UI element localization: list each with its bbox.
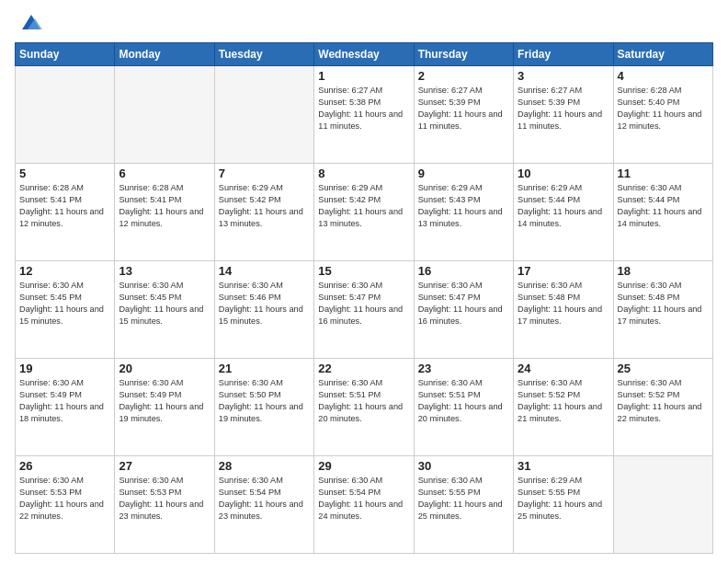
- day-number: 17: [518, 264, 609, 278]
- day-number: 15: [318, 264, 409, 278]
- day-info: Sunrise: 6:29 AM Sunset: 5:42 PM Dayligh…: [318, 182, 409, 230]
- day-number: 26: [19, 459, 110, 473]
- calendar-cell: 17Sunrise: 6:30 AM Sunset: 5:48 PM Dayli…: [514, 261, 613, 359]
- day-number: 28: [219, 459, 310, 473]
- day-info: Sunrise: 6:27 AM Sunset: 5:39 PM Dayligh…: [518, 85, 609, 132]
- day-info: Sunrise: 6:30 AM Sunset: 5:53 PM Dayligh…: [19, 475, 110, 523]
- day-info: Sunrise: 6:30 AM Sunset: 5:53 PM Dayligh…: [119, 475, 210, 523]
- day-info: Sunrise: 6:28 AM Sunset: 5:41 PM Dayligh…: [19, 182, 110, 230]
- day-info: Sunrise: 6:30 AM Sunset: 5:47 PM Dayligh…: [318, 280, 409, 327]
- day-number: 5: [19, 167, 110, 180]
- calendar-cell: [115, 66, 214, 164]
- day-info: Sunrise: 6:30 AM Sunset: 5:45 PM Dayligh…: [19, 280, 110, 327]
- calendar-cell: 3Sunrise: 6:27 AM Sunset: 5:39 PM Daylig…: [514, 66, 613, 164]
- day-info: Sunrise: 6:30 AM Sunset: 5:45 PM Dayligh…: [119, 280, 210, 327]
- calendar-cell: 22Sunrise: 6:30 AM Sunset: 5:51 PM Dayli…: [314, 359, 414, 456]
- logo: [15, 9, 44, 35]
- day-info: Sunrise: 6:27 AM Sunset: 5:39 PM Dayligh…: [418, 85, 509, 132]
- calendar-cell: [214, 66, 313, 164]
- day-number: 22: [318, 362, 409, 375]
- weekday-header-tuesday: Tuesday: [214, 43, 313, 66]
- calendar-cell: 8Sunrise: 6:29 AM Sunset: 5:42 PM Daylig…: [314, 164, 414, 261]
- calendar-cell: 5Sunrise: 6:28 AM Sunset: 5:41 PM Daylig…: [16, 164, 115, 261]
- calendar-cell: [16, 66, 115, 164]
- day-number: 8: [318, 167, 409, 180]
- weekday-header-thursday: Thursday: [414, 43, 513, 66]
- calendar-week-2: 5Sunrise: 6:28 AM Sunset: 5:41 PM Daylig…: [16, 164, 713, 261]
- calendar-cell: 21Sunrise: 6:30 AM Sunset: 5:50 PM Dayli…: [214, 359, 313, 456]
- day-info: Sunrise: 6:30 AM Sunset: 5:54 PM Dayligh…: [318, 475, 409, 523]
- day-number: 13: [119, 264, 210, 278]
- day-number: 30: [418, 459, 509, 473]
- calendar-cell: 20Sunrise: 6:30 AM Sunset: 5:49 PM Dayli…: [115, 359, 214, 456]
- day-number: 31: [518, 459, 609, 473]
- weekday-header-monday: Monday: [115, 43, 214, 66]
- day-info: Sunrise: 6:27 AM Sunset: 5:38 PM Dayligh…: [318, 85, 409, 132]
- day-info: Sunrise: 6:30 AM Sunset: 5:44 PM Dayligh…: [618, 182, 709, 230]
- calendar-cell: 12Sunrise: 6:30 AM Sunset: 5:45 PM Dayli…: [16, 261, 115, 359]
- calendar-week-4: 19Sunrise: 6:30 AM Sunset: 5:49 PM Dayli…: [16, 359, 713, 456]
- day-info: Sunrise: 6:30 AM Sunset: 5:52 PM Dayligh…: [518, 377, 609, 425]
- day-number: 1: [318, 69, 409, 83]
- day-info: Sunrise: 6:30 AM Sunset: 5:48 PM Dayligh…: [618, 280, 709, 327]
- calendar-cell: 9Sunrise: 6:29 AM Sunset: 5:43 PM Daylig…: [414, 164, 513, 261]
- calendar-body: 1Sunrise: 6:27 AM Sunset: 5:38 PM Daylig…: [16, 66, 713, 554]
- day-info: Sunrise: 6:29 AM Sunset: 5:42 PM Dayligh…: [219, 182, 310, 230]
- day-info: Sunrise: 6:29 AM Sunset: 5:44 PM Dayligh…: [518, 182, 609, 230]
- weekday-header-wednesday: Wednesday: [314, 43, 414, 66]
- calendar-cell: 25Sunrise: 6:30 AM Sunset: 5:52 PM Dayli…: [613, 359, 712, 456]
- day-number: 12: [19, 264, 110, 278]
- calendar-week-5: 26Sunrise: 6:30 AM Sunset: 5:53 PM Dayli…: [16, 456, 713, 554]
- calendar-cell: 23Sunrise: 6:30 AM Sunset: 5:51 PM Dayli…: [414, 359, 513, 456]
- calendar-cell: 26Sunrise: 6:30 AM Sunset: 5:53 PM Dayli…: [16, 456, 115, 554]
- calendar-cell: 28Sunrise: 6:30 AM Sunset: 5:54 PM Dayli…: [214, 456, 313, 554]
- day-info: Sunrise: 6:28 AM Sunset: 5:41 PM Dayligh…: [119, 182, 210, 230]
- calendar-cell: 1Sunrise: 6:27 AM Sunset: 5:38 PM Daylig…: [314, 66, 414, 164]
- day-number: 14: [219, 264, 310, 278]
- calendar-cell: 7Sunrise: 6:29 AM Sunset: 5:42 PM Daylig…: [214, 164, 313, 261]
- day-number: 4: [618, 69, 709, 83]
- calendar-cell: 15Sunrise: 6:30 AM Sunset: 5:47 PM Dayli…: [314, 261, 414, 359]
- day-number: 20: [119, 362, 210, 375]
- calendar-cell: 10Sunrise: 6:29 AM Sunset: 5:44 PM Dayli…: [514, 164, 613, 261]
- calendar-week-3: 12Sunrise: 6:30 AM Sunset: 5:45 PM Dayli…: [16, 261, 713, 359]
- day-number: 18: [618, 264, 709, 278]
- calendar-cell: 24Sunrise: 6:30 AM Sunset: 5:52 PM Dayli…: [514, 359, 613, 456]
- day-info: Sunrise: 6:30 AM Sunset: 5:54 PM Dayligh…: [219, 475, 310, 523]
- calendar-cell: 18Sunrise: 6:30 AM Sunset: 5:48 PM Dayli…: [613, 261, 712, 359]
- weekday-header-saturday: Saturday: [613, 43, 712, 66]
- day-number: 29: [318, 459, 409, 473]
- calendar-cell: 27Sunrise: 6:30 AM Sunset: 5:53 PM Dayli…: [115, 456, 214, 554]
- day-number: 2: [418, 69, 509, 83]
- day-number: 9: [418, 167, 509, 180]
- calendar-cell: 14Sunrise: 6:30 AM Sunset: 5:46 PM Dayli…: [214, 261, 313, 359]
- day-number: 11: [618, 167, 709, 180]
- day-info: Sunrise: 6:30 AM Sunset: 5:51 PM Dayligh…: [318, 377, 409, 425]
- day-number: 21: [219, 362, 310, 375]
- day-info: Sunrise: 6:30 AM Sunset: 5:50 PM Dayligh…: [219, 377, 310, 425]
- day-number: 6: [119, 167, 210, 180]
- calendar-cell: 6Sunrise: 6:28 AM Sunset: 5:41 PM Daylig…: [115, 164, 214, 261]
- calendar-table: SundayMondayTuesdayWednesdayThursdayFrid…: [15, 42, 713, 554]
- calendar-cell: 11Sunrise: 6:30 AM Sunset: 5:44 PM Dayli…: [613, 164, 712, 261]
- day-number: 25: [618, 362, 709, 375]
- day-number: 24: [518, 362, 609, 375]
- day-info: Sunrise: 6:29 AM Sunset: 5:43 PM Dayligh…: [418, 182, 509, 230]
- day-number: 7: [219, 167, 310, 180]
- calendar-week-1: 1Sunrise: 6:27 AM Sunset: 5:38 PM Daylig…: [16, 66, 713, 164]
- weekday-header-sunday: Sunday: [16, 43, 115, 66]
- logo-icon: [18, 9, 44, 35]
- calendar-cell: 4Sunrise: 6:28 AM Sunset: 5:40 PM Daylig…: [613, 66, 712, 164]
- day-number: 10: [518, 167, 609, 180]
- weekday-header-row: SundayMondayTuesdayWednesdayThursdayFrid…: [16, 43, 713, 66]
- page: SundayMondayTuesdayWednesdayThursdayFrid…: [0, 0, 728, 563]
- day-number: 3: [518, 69, 609, 83]
- header: [15, 9, 713, 35]
- day-info: Sunrise: 6:30 AM Sunset: 5:47 PM Dayligh…: [418, 280, 509, 327]
- day-info: Sunrise: 6:30 AM Sunset: 5:55 PM Dayligh…: [418, 475, 509, 523]
- day-info: Sunrise: 6:28 AM Sunset: 5:40 PM Dayligh…: [618, 85, 709, 132]
- day-info: Sunrise: 6:30 AM Sunset: 5:49 PM Dayligh…: [19, 377, 110, 425]
- calendar-cell: 19Sunrise: 6:30 AM Sunset: 5:49 PM Dayli…: [16, 359, 115, 456]
- calendar-cell: [613, 456, 712, 554]
- day-number: 16: [418, 264, 509, 278]
